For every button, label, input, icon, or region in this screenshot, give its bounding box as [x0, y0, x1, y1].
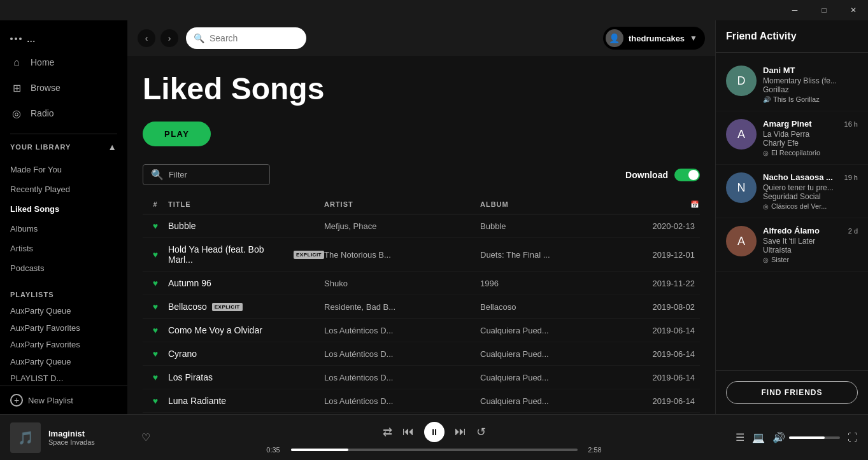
friend-item[interactable]: N Nacho Lasaosa ... 19 h Quiero tener tu…: [716, 165, 868, 218]
filter-input[interactable]: [169, 170, 264, 179]
toggle-knob: [688, 170, 699, 180]
playlist-item[interactable]: AuxParty Queue: [0, 301, 127, 318]
shuffle-button[interactable]: ⇄: [383, 425, 392, 439]
song-title: Cyrano: [168, 349, 197, 359]
find-friends-button[interactable]: FIND FRIENDS: [726, 381, 858, 404]
sidebar-bottom: + New Playlist: [0, 386, 127, 414]
like-button[interactable]: ♡: [141, 431, 150, 443]
context-icon: ◎: [763, 203, 769, 210]
sidebar-item-browse[interactable]: ⊞ Browse: [0, 75, 127, 101]
table-row[interactable]: ♥ Luna Radiante Los Auténticos D... Cual…: [143, 389, 700, 413]
sidebar-logo[interactable]: ...: [0, 25, 127, 50]
download-label: Download: [625, 170, 668, 180]
minimize-button[interactable]: ─: [780, 0, 809, 20]
sidebar-item-made-for-you[interactable]: Made For You: [0, 160, 127, 179]
queue-icon[interactable]: ☰: [736, 431, 744, 443]
friend-info: Nacho Lasaosa ... 19 h Quiero tener tu p…: [763, 172, 858, 210]
volume-bar[interactable]: [789, 436, 840, 439]
progress-bar[interactable]: [291, 449, 578, 451]
row-date: 2019-06-14: [636, 326, 700, 335]
sidebar-item-recently-played[interactable]: Recently Played: [0, 179, 127, 199]
volume-icon[interactable]: 🔊: [772, 431, 785, 443]
row-artist: Mefjus, Phace: [324, 221, 480, 231]
sidebar-item-home[interactable]: ⌂ Home: [0, 50, 127, 75]
friend-song: Save It 'til Later: [763, 237, 858, 246]
table-row[interactable]: ♥ Como Me Voy a Olvidar Los Auténticos D…: [143, 319, 700, 342]
sidebar-item-albums[interactable]: Albums: [0, 219, 127, 239]
table-row[interactable]: ♥ Autumn 96 Shuko 1996 2019-11-22: [143, 272, 700, 295]
table-row[interactable]: ♥ Hold Ya Head (feat. Bob Marl... EXPLIC…: [143, 238, 700, 272]
your-library-header: Your Library ▲: [0, 137, 127, 157]
repeat-button[interactable]: ↺: [476, 425, 486, 439]
devices-icon[interactable]: 💻: [752, 431, 765, 443]
playlist-item[interactable]: AuxParty Queue: [0, 352, 127, 369]
context-icon: ◎: [763, 256, 769, 263]
plus-icon: +: [10, 394, 23, 407]
table-row[interactable]: ♥ Bellacoso EXPLICIT Residente, Bad B...…: [143, 295, 700, 319]
table-row[interactable]: ♥ Bubble Mefjus, Phace Bubble 2020-02-13: [143, 214, 700, 238]
row-artist: Los Auténticos D...: [324, 326, 480, 335]
sidebar-item-liked-songs[interactable]: Liked Songs: [0, 199, 127, 219]
home-icon: ⌂: [10, 56, 23, 69]
filter-icon: 🔍: [151, 169, 164, 181]
previous-button[interactable]: ⏮: [402, 425, 414, 438]
top-bar: ‹ › 🔍 👤 thedrumcakes ▼: [127, 20, 715, 56]
context-icon: ◎: [763, 150, 769, 157]
nav-arrows: ‹ ›: [138, 29, 178, 47]
close-button[interactable]: ✕: [839, 0, 868, 20]
row-title: Bellacoso EXPLICIT: [168, 302, 324, 312]
row-date: 2019-12-01: [636, 250, 700, 260]
song-title: Autumn 96: [168, 278, 211, 288]
row-date: 2019-06-14: [636, 373, 700, 382]
search-input[interactable]: [210, 33, 299, 43]
table-row[interactable]: ♥ Los Piratas Los Auténticos D... Cualqu…: [143, 366, 700, 389]
current-time: 0:35: [262, 446, 285, 454]
sidebar-item-artists[interactable]: Artists: [0, 239, 127, 258]
row-artist: Los Auténticos D...: [324, 396, 480, 406]
friend-artist: Seguridad Social: [763, 192, 858, 201]
top-bar-right: 👤 thedrumcakes ▼: [603, 27, 705, 50]
download-toggle[interactable]: [674, 169, 700, 181]
friend-item[interactable]: D Dani MT Momentary Bliss (fe... Gorilla…: [716, 58, 868, 111]
album-art-placeholder: 🎵: [18, 430, 34, 445]
sidebar-item-radio[interactable]: ◎ Radio: [0, 101, 127, 126]
radio-icon: ◎: [10, 107, 23, 120]
explicit-badge: EXPLICIT: [294, 251, 324, 259]
new-playlist-button[interactable]: + New Playlist: [10, 394, 117, 407]
friend-avatar: D: [726, 66, 757, 96]
friend-activity-header: Friend Activity: [716, 20, 868, 53]
friend-name-row: Dani MT: [763, 66, 858, 75]
spotify-logo: [10, 38, 22, 40]
friend-context: ◎ Sister: [763, 256, 858, 263]
library-collapse-button[interactable]: ▲: [108, 142, 117, 152]
player-bar: 🎵 Imaginist Space Invadas ♡ ⇄ ⏮ ⏸ ⏭ ↺ 0:…: [0, 414, 868, 460]
friend-item[interactable]: Α Alfredo Álamo 2 d Save It 'til Later U…: [716, 218, 868, 272]
user-menu[interactable]: 👤 thedrumcakes ▼: [603, 27, 705, 50]
search-box[interactable]: 🔍: [186, 27, 306, 49]
playlist-item[interactable]: AuxParty Favorites: [0, 335, 127, 352]
friend-name: Nacho Lasaosa ...: [763, 172, 833, 182]
table-row[interactable]: ♥ Cyrano Los Auténticos D... Cualquiera …: [143, 342, 700, 366]
friend-name: Dani MT: [763, 66, 795, 75]
sidebar-item-podcasts[interactable]: Podcasts: [0, 258, 127, 278]
play-button[interactable]: PLAY: [143, 122, 211, 146]
fullscreen-icon[interactable]: ⛶: [848, 432, 858, 443]
liked-icon: ♥: [153, 372, 158, 382]
row-artist: The Notorious B...: [324, 250, 480, 260]
friend-name-row: Alfredo Álamo 2 d: [763, 226, 858, 235]
playlist-item[interactable]: AuxParty Favorites: [0, 318, 127, 335]
back-button[interactable]: ‹: [138, 29, 155, 47]
progress-row: 0:35 2:58: [262, 446, 606, 454]
friend-song: Quiero tener tu pre...: [763, 183, 858, 192]
play-pause-button[interactable]: ⏸: [424, 422, 445, 442]
maximize-button[interactable]: □: [809, 0, 839, 20]
playlist-item[interactable]: PLAYLIST D...: [0, 368, 127, 386]
song-title: Bellacoso: [168, 302, 207, 312]
friend-activity-panel: Friend Activity D Dani MT Momentary Blis…: [715, 20, 868, 414]
next-button[interactable]: ⏭: [455, 425, 466, 438]
row-number: ♥: [143, 396, 168, 406]
forward-button[interactable]: ›: [160, 29, 178, 47]
filter-box[interactable]: 🔍: [143, 164, 270, 185]
row-album: 1996: [480, 279, 636, 288]
friend-item[interactable]: A Amarg Pinet 16 h La Vida Perra Charly …: [716, 111, 868, 165]
